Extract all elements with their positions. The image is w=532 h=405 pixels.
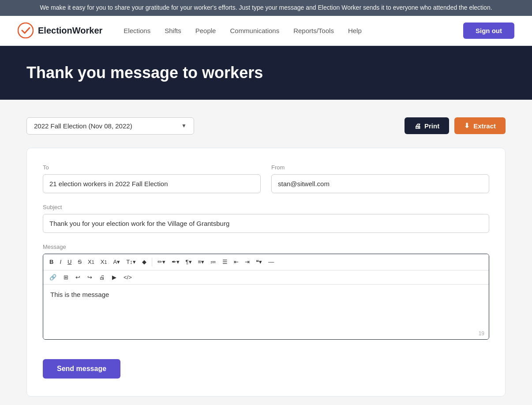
message-label: Message [43, 244, 489, 250]
font-color-button[interactable]: A▾ [110, 257, 123, 267]
nav-reports[interactable]: Reports/Tools [293, 27, 334, 34]
horizontal-rule-button[interactable]: — [266, 257, 277, 267]
pen-button[interactable]: ✒▾ [169, 257, 182, 267]
toolbar-separator-1 [152, 258, 152, 266]
toolbar-row: 2022 Fall Election (Nov 08, 2022) ▼ 🖨 Pr… [26, 117, 506, 135]
nav-people[interactable]: People [195, 27, 216, 34]
print-button[interactable]: 🖨 Print [405, 117, 449, 134]
editor-toolbar-row1: B I U S X1 X1 A▾ T↕▾ ◆ ✏▾ ✒▾ ¶▾ ≡▾ ≔ ☰ [43, 254, 489, 270]
signout-button[interactable]: Sign out [463, 22, 514, 39]
nav-communications[interactable]: Communications [230, 27, 279, 34]
extract-icon: ⬇ [464, 122, 470, 130]
nav-elections[interactable]: Elections [124, 27, 150, 34]
subject-group: Subject [43, 204, 489, 233]
page-title: Thank you message to workers [26, 64, 506, 82]
outdent-button[interactable]: ⇤ [231, 257, 241, 267]
redo-button[interactable]: ↪ [85, 272, 95, 282]
to-from-row: To From [43, 164, 489, 193]
election-selector[interactable]: 2022 Fall Election (Nov 08, 2022) ▼ [26, 117, 194, 135]
paragraph-button[interactable]: ¶▾ [183, 257, 195, 267]
superscript-button[interactable]: X1 [98, 257, 110, 267]
subscript-button[interactable]: X1 [85, 257, 97, 267]
bold-button[interactable]: B [47, 257, 56, 267]
highlight-button[interactable]: ◆ [139, 257, 149, 267]
extract-button[interactable]: ⬇ Extract [454, 117, 506, 134]
unordered-list-button[interactable]: ☰ [220, 257, 230, 267]
to-label: To [43, 164, 261, 171]
underline-button[interactable]: U [65, 257, 74, 267]
subject-label: Subject [43, 204, 489, 210]
select-button[interactable]: ▶ [109, 272, 119, 282]
from-input[interactable] [271, 174, 489, 193]
char-count: 19 [43, 329, 489, 339]
ordered-list-button[interactable]: ≔ [208, 257, 219, 267]
undo-button[interactable]: ↩ [73, 272, 83, 282]
from-label: From [271, 164, 489, 171]
link-button[interactable]: 🔗 [47, 272, 59, 282]
editor-toolbar-row2: 🔗 ⊞ ↩ ↪ 🖨 ▶ </> [43, 270, 489, 285]
svg-point-0 [18, 23, 33, 38]
send-message-button[interactable]: Send message [43, 359, 120, 379]
indent-button[interactable]: ⇥ [242, 257, 252, 267]
font-size-button[interactable]: T↕▾ [124, 257, 138, 267]
to-input[interactable] [43, 174, 261, 193]
page-header: Thank you message to workers [0, 46, 532, 100]
message-body[interactable]: This is the message [43, 285, 489, 329]
nav-shifts[interactable]: Shifts [165, 27, 181, 34]
from-group: From [271, 164, 489, 193]
to-group: To [43, 164, 261, 193]
info-banner: We make it easy for you to share your gr… [0, 0, 532, 16]
print-icon: 🖨 [414, 122, 421, 130]
blockquote-button[interactable]: ❝▾ [253, 257, 265, 267]
logo: ElectionWorker [18, 22, 102, 38]
print-editor-button[interactable]: 🖨 [97, 272, 108, 282]
italic-button[interactable]: I [57, 257, 64, 267]
chevron-down-icon: ▼ [181, 123, 187, 129]
navbar: ElectionWorker Elections Shifts People C… [0, 16, 532, 46]
logo-text: ElectionWorker [38, 26, 102, 36]
nav-help[interactable]: Help [348, 27, 362, 34]
draw-button[interactable]: ✏▾ [155, 257, 168, 267]
subject-input[interactable] [43, 214, 489, 233]
table-button[interactable]: ⊞ [61, 272, 71, 282]
main-content: 2022 Fall Election (Nov 08, 2022) ▼ 🖨 Pr… [0, 100, 532, 405]
nav-links: Elections Shifts People Communications R… [124, 27, 463, 34]
align-button[interactable]: ≡▾ [195, 257, 207, 267]
message-group: Message B I U S X1 X1 A▾ T↕▾ ◆ ✏▾ ✒▾ ¶▾ [43, 244, 489, 340]
logo-icon [18, 22, 34, 38]
source-button[interactable]: </> [121, 272, 135, 282]
strikethrough-button[interactable]: S [75, 257, 84, 267]
action-buttons: 🖨 Print ⬇ Extract [405, 117, 506, 134]
message-form: To From Subject Message B I U S [26, 148, 506, 397]
message-editor: B I U S X1 X1 A▾ T↕▾ ◆ ✏▾ ✒▾ ¶▾ ≡▾ ≔ ☰ [43, 254, 489, 340]
